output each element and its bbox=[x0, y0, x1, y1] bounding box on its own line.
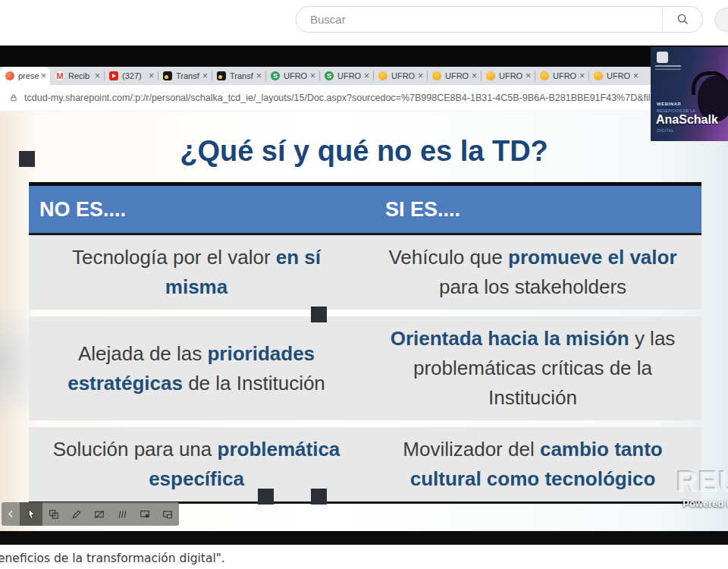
browser-tab-327-2[interactable]: (327)× bbox=[104, 67, 158, 85]
tab-label: Transf bbox=[230, 71, 256, 80]
tab-favicon-youtube-icon bbox=[109, 71, 118, 80]
powered-by-label: Powered b bbox=[682, 498, 728, 509]
tab-close-icon[interactable]: × bbox=[94, 71, 101, 80]
slide-title: ¿Qué sí y qué no es la TD? bbox=[0, 135, 728, 168]
tab-favicon-yellow-icon bbox=[486, 71, 495, 80]
webinar-label: WEBINAR bbox=[657, 102, 681, 106]
browser-tab-ufro-6[interactable]: SUFRO× bbox=[319, 67, 373, 85]
spotlight-tool-laser-icon[interactable] bbox=[111, 502, 133, 526]
cell-si-es-row-2: Orientada hacia la misión y las problemá… bbox=[364, 316, 701, 420]
video-letterbox-top bbox=[0, 46, 728, 67]
tab-divider bbox=[212, 71, 212, 80]
cell-no-es-row-1: Tecnología por el valor en sí misma bbox=[29, 235, 364, 310]
table-row-2: Alejada de las prioridades estratégicas … bbox=[29, 316, 701, 420]
select-tool-select-icon[interactable] bbox=[42, 502, 65, 526]
caption-text: eneficios de la transformación digital". bbox=[0, 552, 225, 565]
browser-tab-ufro-11[interactable]: UFRO× bbox=[588, 67, 642, 85]
browser-tab-ufro-7[interactable]: UFRO× bbox=[373, 67, 427, 85]
plain-text: para los stakeholders bbox=[439, 275, 626, 298]
tab-divider bbox=[481, 71, 482, 80]
browser-tab-ufro-5[interactable]: SUFRO× bbox=[265, 67, 319, 85]
mouse-tool-cursor-icon[interactable] bbox=[20, 502, 42, 526]
tab-close-icon[interactable]: × bbox=[579, 71, 585, 80]
plain-text: Alejada de las bbox=[78, 342, 208, 365]
tab-label: prese bbox=[18, 71, 40, 80]
annotation-toolbar bbox=[2, 502, 179, 526]
table-header-row: NO ES.... SI ES.... bbox=[29, 182, 701, 235]
plain-text: de la Institución bbox=[183, 372, 325, 395]
browser-tab-transf-3[interactable]: Transf× bbox=[158, 67, 212, 85]
browser-address-bar[interactable]: tcdud-my.sharepoint.com/:p:/r/personal/s… bbox=[0, 85, 728, 112]
tab-label: Transf bbox=[176, 71, 202, 80]
stamp-tool-rect-slash-icon[interactable] bbox=[88, 502, 111, 526]
tab-close-icon[interactable]: × bbox=[309, 71, 316, 80]
tab-close-icon[interactable]: × bbox=[417, 71, 424, 80]
collapse-tool-chevron-left-icon[interactable] bbox=[2, 502, 20, 526]
cell-si-es-row-1: Vehículo que promueve el valor para los … bbox=[364, 235, 701, 310]
tab-favicon-dark-icon bbox=[217, 71, 226, 80]
table-row-1: Tecnología por el valor en sí mismaVehíc… bbox=[29, 235, 701, 310]
tab-close-icon[interactable]: × bbox=[363, 71, 370, 80]
sharepoint-top-bar: Buscar bbox=[0, 0, 728, 46]
plain-text: Solución para una bbox=[53, 438, 218, 461]
tab-divider bbox=[427, 71, 428, 80]
tab-close-icon[interactable]: × bbox=[202, 71, 209, 80]
tab-divider bbox=[535, 71, 535, 80]
annotation-square bbox=[311, 489, 327, 505]
browser-tab-ufro-8[interactable]: UFRO× bbox=[427, 67, 481, 85]
table-row-3: Solución para una problemática específic… bbox=[29, 427, 701, 501]
browser-tab-prese-0[interactable]: prese× bbox=[0, 67, 50, 85]
tab-close-icon[interactable]: × bbox=[471, 71, 478, 80]
browser-tab-ufro-9[interactable]: UFRO× bbox=[481, 67, 535, 85]
search-placeholder: Buscar bbox=[297, 13, 662, 26]
tab-favicon-dark-icon bbox=[163, 71, 172, 80]
tab-close-icon[interactable]: × bbox=[148, 71, 155, 80]
browser-tab-bar: prese×MRecib×(327)×Transf×Transf×SUFRO×S… bbox=[0, 67, 728, 85]
emphasis-text: promueve el valor bbox=[508, 246, 677, 269]
search-input[interactable]: Buscar bbox=[296, 6, 703, 33]
table-body: Tecnología por el valor en sí mismaVehíc… bbox=[29, 235, 701, 501]
tab-label: UFRO bbox=[284, 71, 309, 80]
url-text: tcdud-my.sharepoint.com/:p:/r/personal/s… bbox=[24, 93, 728, 103]
comparison-table: NO ES.... SI ES.... Tecnología por el va… bbox=[29, 182, 701, 504]
tab-label: UFRO bbox=[445, 71, 471, 80]
tab-divider bbox=[588, 71, 589, 80]
annotation-square bbox=[258, 489, 274, 505]
tab-divider bbox=[104, 71, 105, 80]
tab-favicon-green-icon: S bbox=[271, 71, 280, 80]
browser-tab-recib-1[interactable]: MRecib× bbox=[50, 67, 104, 85]
draw-tool-pen-icon[interactable] bbox=[65, 502, 88, 526]
plain-text: Movilizador del bbox=[403, 438, 540, 461]
lock-icon bbox=[9, 93, 18, 102]
tab-divider bbox=[373, 71, 374, 80]
tab-divider bbox=[265, 71, 266, 80]
tab-label: UFRO bbox=[499, 71, 525, 80]
video-letterbox-bottom bbox=[0, 531, 728, 545]
column-header-si-es: SI ES.... bbox=[364, 198, 701, 222]
tab-favicon-yellow-icon bbox=[540, 71, 549, 80]
tab-close-icon[interactable]: × bbox=[256, 71, 262, 80]
search-icon[interactable] bbox=[663, 7, 702, 32]
tab-favicon-orange-icon bbox=[5, 71, 14, 80]
remote-control-tool-monitor-share-icon[interactable] bbox=[156, 502, 179, 526]
avatar[interactable] bbox=[714, 8, 728, 32]
tab-close-icon[interactable]: × bbox=[40, 71, 47, 80]
webcam-overlay[interactable]: WEBINAR BENEFICIOS DE LA AnaSchalk DIGIT… bbox=[651, 47, 728, 141]
browser-tab-ufro-10[interactable]: UFRO× bbox=[535, 67, 588, 85]
webinar-logo-icon bbox=[657, 52, 668, 63]
tab-favicon-yellow-icon bbox=[432, 71, 441, 80]
webinar-subtitle-bottom: DIGITAL bbox=[657, 128, 674, 133]
recorder-watermark: REU bbox=[676, 466, 728, 498]
tab-label: (327) bbox=[122, 71, 148, 80]
annotation-square bbox=[311, 307, 327, 322]
slide-area: ¿Qué sí y qué no es la TD? NO ES.... SI … bbox=[0, 111, 728, 531]
column-header-no-es: NO ES.... bbox=[29, 198, 364, 222]
whiteboard-tool-monitor-pen-icon[interactable] bbox=[133, 502, 156, 526]
plain-text: Vehículo que bbox=[388, 246, 508, 269]
tab-close-icon[interactable]: × bbox=[525, 71, 532, 80]
browser-tab-transf-4[interactable]: Transf× bbox=[212, 67, 265, 85]
tab-label: UFRO bbox=[607, 71, 632, 80]
webinar-logo-text bbox=[655, 65, 681, 73]
tab-close-icon[interactable]: × bbox=[632, 71, 639, 80]
tab-label: Recib bbox=[68, 71, 94, 80]
